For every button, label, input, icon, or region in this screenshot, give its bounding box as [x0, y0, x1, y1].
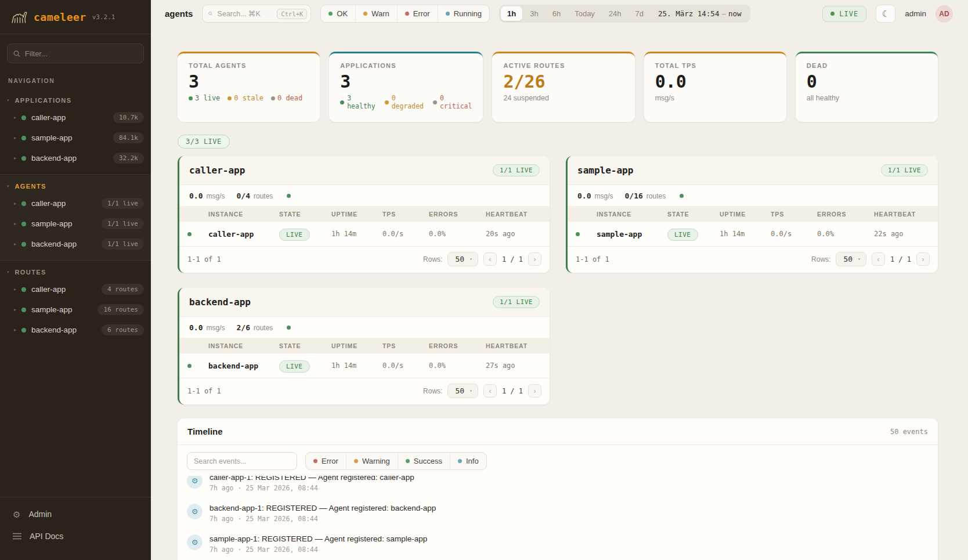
global-search: Ctrl+K	[202, 5, 311, 23]
status-dot	[446, 12, 450, 16]
chevron-down-icon: ▾	[7, 98, 9, 103]
sidebar-item-admin[interactable]: ⚙ Admin	[0, 503, 151, 525]
next-page-button[interactable]: ›	[528, 252, 541, 266]
sidebar-item-routes-backend-app[interactable]: ▸ backend-app 6 routes	[0, 320, 151, 340]
stat-value: 3	[189, 72, 309, 91]
theme-toggle-button[interactable]: ☾	[876, 5, 895, 23]
status-dot	[458, 459, 462, 463]
filter-chip-error[interactable]: Error	[397, 5, 438, 22]
camel-logo-icon	[10, 9, 28, 24]
app-card-backend-app: backend-app 1/1 LIVE 0.0msg/s 2/6routes …	[178, 288, 550, 404]
count-badge: 4 routes	[102, 284, 144, 295]
chevron-down-icon: ▾	[469, 256, 472, 262]
status-dot	[340, 100, 344, 104]
app-card-header: sample-app 1/1 LIVE	[568, 156, 938, 185]
section-header-routes[interactable]: ▾ ROUTES	[0, 263, 151, 279]
tps-value: 0.0	[189, 192, 203, 200]
tps-value: 0.0	[189, 323, 203, 332]
tps-value: 0.0	[577, 192, 591, 200]
admin-label: Admin	[28, 510, 52, 519]
filter-chip-running[interactable]: Running	[438, 5, 489, 22]
api-docs-label: API Docs	[30, 532, 63, 541]
search-input[interactable]	[218, 10, 273, 18]
chevron-down-icon: ▾	[469, 388, 472, 393]
events-viewport[interactable]: ⚙ caller-app-1: REGISTERED — Agent regis…	[178, 476, 938, 560]
chevron-down-icon: ▾	[7, 270, 9, 274]
sidebar-item-routes-sample-app[interactable]: ▸ sample-app 16 routes	[0, 299, 151, 320]
sidebar-filter	[7, 44, 144, 63]
row-range: 1-1 of 1	[187, 387, 221, 395]
chevron-right-icon: ▸	[14, 201, 16, 206]
content-area: TOTAL AGENTS 3 3 live 0 stale 0 dead APP…	[151, 27, 968, 560]
app-logo[interactable]: cameleer v3.2.1	[0, 0, 151, 34]
timeline-event[interactable]: ⚙ sample-app-1: REGISTERED — Agent regis…	[187, 529, 929, 559]
filter-chip-success[interactable]: Success	[398, 453, 450, 469]
prev-page-button[interactable]: ‹	[483, 384, 497, 398]
events-search-input[interactable]	[187, 452, 297, 470]
instance-row-caller-app[interactable]: caller-app LIVE 1h 14m 0.0/s 0.0% 20s ag…	[179, 222, 550, 247]
sidebar-item-agents-caller-app[interactable]: ▸ caller-app 1/1 live	[0, 193, 151, 214]
next-page-button[interactable]: ›	[916, 252, 930, 266]
app-card-caller-app: caller-app 1/1 LIVE 0.0msg/s 0/4routes I…	[178, 156, 550, 273]
instance-row-sample-app[interactable]: sample-app LIVE 1h 14m 0.0/s 0.0% 22s ag…	[568, 222, 938, 247]
status-dot	[189, 96, 193, 100]
brand-name: cameleer	[34, 11, 86, 23]
filter-chip-ok[interactable]: OK	[321, 5, 355, 22]
count-badge: 1/1 live	[102, 198, 144, 209]
sidebar-item-applications-sample-app[interactable]: ▸ sample-app 84.1k	[0, 128, 151, 148]
time-range-24h[interactable]: 24h	[602, 6, 628, 21]
rows-per-page-select[interactable]: 50▾	[447, 384, 478, 398]
events-list: ⚙ caller-app-1: REGISTERED — Agent regis…	[187, 476, 929, 560]
section-header-applications[interactable]: ▾ APPLICATIONS	[0, 91, 151, 107]
time-range-1h[interactable]: 1h	[501, 6, 522, 21]
sidebar-item-routes-caller-app[interactable]: ▸ caller-app 4 routes	[0, 279, 151, 299]
status-dot	[21, 115, 26, 120]
sidebar-item-applications-caller-app[interactable]: ▸ caller-app 10.7k	[0, 107, 151, 128]
time-range-group: 1h 3h 6h Today 24h 7d 25. März 14:54—now	[499, 5, 750, 23]
timeline-event[interactable]: ⚙ caller-app-1: REGISTERED — Agent regis…	[187, 476, 929, 498]
stat-subtext: msg/s	[655, 94, 775, 102]
row-range: 1-1 of 1	[576, 255, 609, 263]
prev-page-button[interactable]: ‹	[872, 252, 885, 266]
filter-input[interactable]	[25, 49, 138, 58]
status-dot	[576, 232, 580, 236]
sidebar-footer: ⚙ Admin API Docs	[0, 497, 151, 560]
sidebar-item-applications-backend-app[interactable]: ▸ backend-app 32.2k	[0, 148, 151, 168]
time-range-6h[interactable]: 6h	[546, 6, 567, 21]
avatar[interactable]: AD	[936, 5, 953, 23]
event-title: backend-app-1: REGISTERED — Agent regist…	[210, 504, 436, 512]
stat-subtext: all healthy	[807, 94, 927, 102]
state-badge: LIVE	[667, 229, 698, 241]
timeline-event[interactable]: ⚙ backend-app-1: REGISTERED — Agent regi…	[187, 498, 929, 529]
next-page-button[interactable]: ›	[528, 384, 541, 398]
filter-chip-info[interactable]: Info	[450, 453, 486, 469]
time-range-today[interactable]: Today	[568, 6, 601, 21]
rows-per-page-select[interactable]: 50▾	[836, 252, 866, 266]
time-range-7d[interactable]: 7d	[629, 6, 650, 21]
filter-chip-warn[interactable]: Warn	[355, 5, 397, 22]
section-header-agents[interactable]: ▾ AGENTS	[0, 177, 151, 193]
chevron-down-icon: ▾	[858, 256, 861, 262]
time-range-3h[interactable]: 3h	[523, 6, 544, 21]
filter-chip-warning[interactable]: Warning	[346, 453, 398, 469]
stat-card-total-agents: TOTAL AGENTS 3 3 live 0 stale 0 dead	[178, 52, 320, 122]
instance-row-backend-app[interactable]: backend-app LIVE 1h 14m 0.0/s 0.0% 27s a…	[179, 353, 550, 378]
timeline-header: Timeline 50 events	[178, 418, 938, 445]
sidebar-item-api-docs[interactable]: API Docs	[0, 525, 151, 547]
count-badge: 84.1k	[113, 132, 144, 143]
status-dot	[328, 12, 333, 16]
timeline-filters: Error Warning Success Info	[178, 445, 938, 476]
filter-chip-error[interactable]: Error	[306, 453, 346, 469]
stat-value: 3	[340, 72, 472, 91]
menu-icon	[13, 533, 21, 540]
page-indicator: 1 / 1	[502, 387, 523, 395]
rows-per-page-select[interactable]: 50▾	[447, 252, 478, 266]
prev-page-button[interactable]: ‹	[483, 252, 497, 266]
time-range-display[interactable]: 25. März 14:54—now	[651, 9, 748, 18]
timeline-card: Timeline 50 events Error Warning	[178, 418, 938, 560]
sidebar-item-agents-backend-app[interactable]: ▸ backend-app 1/1 live	[0, 234, 151, 254]
sidebar-item-agents-sample-app[interactable]: ▸ sample-app 1/1 live	[0, 214, 151, 234]
chevron-down-icon: ▾	[7, 184, 9, 189]
event-title: caller-app-1: REGISTERED — Agent registe…	[210, 476, 414, 482]
gear-icon: ⚙	[187, 504, 203, 519]
